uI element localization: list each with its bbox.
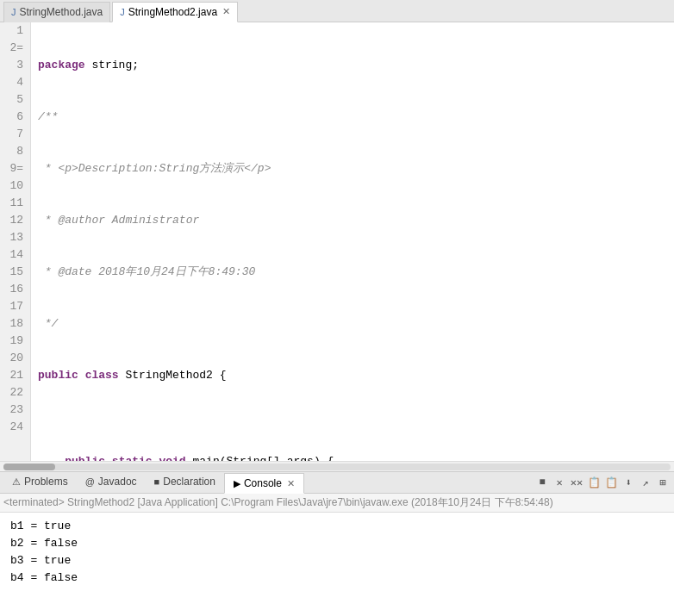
new-console-button[interactable]: ⊞ [655,475,671,490]
tab-label-active: StringMethod2.java [128,6,217,18]
close-all-button[interactable]: ✕✕ [569,475,584,490]
declaration-icon: ■ [154,476,160,487]
tab-problems-label: Problems [24,476,68,488]
tab-stringmethod[interactable]: J StringMethod.java [3,2,110,22]
tab-label: StringMethod.java [20,6,103,18]
console-line-2: b2 = false [10,535,664,552]
code-container[interactable]: 1 2= 3 4 5 6 7 8 9= 10 11 12 13 14 15 16… [0,22,674,461]
stop-button[interactable]: ■ [534,475,550,490]
paste-button[interactable]: 📋 [603,475,619,490]
console-line-3: b3 = true [10,552,664,569]
tab-close-button[interactable]: ✕ [222,6,230,17]
problems-icon: ⚠ [12,476,21,488]
copy-button[interactable]: 📋 [586,475,602,490]
console-header: <terminated> StringMethod2 [Java Applica… [0,494,674,513]
tab-declaration-label: Declaration [163,476,215,488]
tab-console[interactable]: ▶ Console ✕ [224,473,304,494]
console-line-1: b1 = true [10,518,664,535]
tab-stringmethod2[interactable]: J StringMethod2.java ✕ [112,2,238,22]
close-console-button[interactable]: ✕ [552,475,567,490]
bottom-tabs: ⚠ Problems @ Javadoc ■ Declaration ▶ Con… [0,471,674,494]
tab-javadoc-label: Javadoc [98,476,137,488]
java-file-icon-2: J [120,7,125,17]
editor-area: 1 2= 3 4 5 6 7 8 9= 10 11 12 13 14 15 16… [0,22,674,471]
word-wrap-button[interactable]: ↗ [638,475,653,490]
tab-declaration[interactable]: ■ Declaration [146,472,224,493]
editor-scrollbar[interactable] [0,461,674,471]
tab-bar: J StringMethod.java J StringMethod2.java… [0,0,674,22]
line-numbers: 1 2= 3 4 5 6 7 8 9= 10 11 12 13 14 15 16… [0,22,31,461]
bottom-panel: ⚠ Problems @ Javadoc ■ Declaration ▶ Con… [0,471,674,616]
console-output-area: b1 = true b2 = false b3 = true b4 = fals… [0,513,674,616]
javadoc-icon: @ [85,476,95,487]
console-line-4: b4 = false [10,569,664,587]
tab-console-label: Console [244,477,282,489]
console-header-text: <terminated> StringMethod2 [Java Applica… [3,496,553,508]
scroll-lock-button[interactable]: ⬇ [621,475,636,490]
console-icon: ▶ [234,478,240,489]
code-lines: package string; /** * <p>Description:Str… [31,22,674,461]
console-tab-close[interactable]: ✕ [287,478,295,489]
java-file-icon: J [11,7,16,17]
tab-problems[interactable]: ⚠ Problems [3,472,77,493]
scrollbar-thumb[interactable] [3,464,55,470]
scrollbar-track[interactable] [3,464,671,470]
tab-javadoc[interactable]: @ Javadoc [77,472,146,493]
console-actions: ■ ✕ ✕✕ 📋 📋 ⬇ ↗ ⊞ [534,475,671,490]
console-output: b1 = true b2 = false b3 = true b4 = fals… [3,514,671,590]
